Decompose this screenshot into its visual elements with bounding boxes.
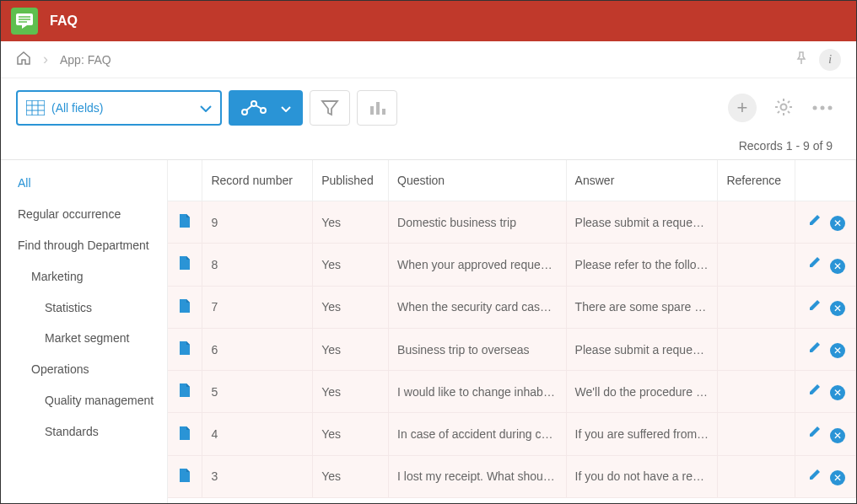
svg-rect-4 bbox=[26, 100, 45, 115]
cell-published: Yes bbox=[313, 286, 389, 328]
cell-question: Domestic business trip bbox=[389, 201, 567, 244]
cell-question: When the security card cas… bbox=[389, 286, 567, 328]
svg-point-17 bbox=[781, 104, 787, 110]
cell-answer: If you are suffered from… bbox=[566, 413, 718, 455]
cell-published: Yes bbox=[313, 244, 389, 286]
column-header-reference[interactable]: Reference bbox=[718, 160, 795, 201]
table-row[interactable]: 4YesIn case of accident during c…If you … bbox=[168, 413, 856, 455]
cell-record-number: 6 bbox=[202, 328, 313, 370]
column-header-actions bbox=[795, 160, 856, 201]
delete-icon[interactable]: ✕ bbox=[830, 428, 845, 443]
cell-question: I lost my receipt. What shou… bbox=[389, 455, 567, 497]
app-icon bbox=[11, 8, 38, 35]
delete-icon[interactable]: ✕ bbox=[830, 216, 845, 231]
sidebar-item[interactable]: Regular occurrence bbox=[18, 206, 167, 223]
edit-icon[interactable] bbox=[808, 258, 822, 271]
page-title: FAQ bbox=[50, 13, 78, 29]
svg-rect-15 bbox=[376, 102, 380, 115]
cell-answer: Please refer to the follo… bbox=[566, 244, 718, 286]
document-icon[interactable] bbox=[178, 217, 191, 231]
grid-icon bbox=[26, 100, 45, 115]
cell-question: I would like to change inhab… bbox=[389, 371, 567, 413]
svg-point-20 bbox=[828, 106, 833, 110]
document-icon[interactable] bbox=[178, 345, 191, 358]
cell-record-number: 3 bbox=[202, 455, 313, 497]
sidebar-item[interactable]: All bbox=[18, 175, 167, 191]
column-header-published[interactable]: Published bbox=[313, 160, 389, 201]
record-count: Records 1 - 9 of 9 bbox=[1, 131, 856, 159]
sidebar-item[interactable]: Statistics bbox=[18, 300, 167, 316]
cell-answer: There are some spare … bbox=[566, 286, 718, 328]
sidebar-item[interactable]: Quality management bbox=[18, 393, 167, 409]
cell-record-number: 7 bbox=[202, 286, 313, 328]
cell-reference bbox=[718, 371, 795, 413]
table-row[interactable]: 9YesDomestic business tripPlease submit … bbox=[168, 201, 856, 244]
svg-point-19 bbox=[821, 106, 825, 110]
cell-reference bbox=[718, 244, 795, 286]
cell-record-number: 4 bbox=[202, 413, 313, 455]
cell-published: Yes bbox=[313, 371, 389, 413]
column-header-answer[interactable]: Answer bbox=[566, 160, 718, 201]
sidebar-item[interactable]: Find through Department bbox=[18, 238, 167, 254]
breadcrumb[interactable]: App: FAQ bbox=[60, 53, 111, 67]
table-row[interactable]: 3YesI lost my receipt. What shou…If you … bbox=[168, 455, 856, 497]
gear-icon[interactable] bbox=[773, 97, 794, 120]
column-header-record-number[interactable]: Record number bbox=[202, 160, 313, 201]
cell-published: Yes bbox=[313, 413, 389, 455]
cell-record-number: 9 bbox=[202, 201, 313, 244]
edit-icon[interactable] bbox=[808, 301, 822, 314]
edit-icon[interactable] bbox=[808, 470, 822, 484]
svg-line-12 bbox=[246, 105, 252, 110]
cell-question: When your approved reque… bbox=[389, 244, 567, 286]
cell-answer: If you do not have a re… bbox=[566, 455, 718, 497]
svg-rect-14 bbox=[370, 106, 374, 115]
chevron-right-icon: › bbox=[43, 51, 48, 68]
delete-icon[interactable]: ✕ bbox=[830, 470, 845, 485]
table-row[interactable]: 7YesWhen the security card cas…There are… bbox=[168, 286, 856, 328]
document-icon[interactable] bbox=[178, 260, 191, 273]
svg-line-13 bbox=[256, 105, 261, 109]
sidebar-item[interactable]: Operations bbox=[18, 362, 167, 378]
cell-answer: Please submit a reques… bbox=[566, 201, 718, 244]
chevron-down-icon bbox=[281, 101, 291, 115]
more-icon[interactable] bbox=[811, 101, 834, 115]
table-row[interactable]: 6YesBusiness trip to overseasPlease subm… bbox=[168, 328, 856, 370]
sidebar-item[interactable]: Market segment bbox=[18, 330, 167, 346]
document-icon[interactable] bbox=[178, 430, 191, 443]
document-icon[interactable] bbox=[178, 387, 191, 400]
filter-button[interactable] bbox=[310, 90, 350, 126]
table-row[interactable]: 8YesWhen your approved reque…Please refe… bbox=[168, 244, 856, 286]
add-button[interactable]: + bbox=[728, 94, 757, 122]
delete-icon[interactable]: ✕ bbox=[830, 259, 845, 274]
sidebar-item[interactable]: Standards bbox=[18, 424, 167, 440]
home-icon[interactable] bbox=[16, 51, 31, 67]
pin-icon[interactable] bbox=[795, 51, 807, 67]
delete-icon[interactable]: ✕ bbox=[830, 343, 845, 358]
cell-reference bbox=[718, 413, 795, 455]
cell-published: Yes bbox=[313, 201, 389, 244]
sidebar: AllRegular occurrenceFind through Depart… bbox=[1, 160, 168, 503]
table-row[interactable]: 5YesI would like to change inhab…We'll d… bbox=[168, 371, 856, 413]
cell-reference bbox=[718, 328, 795, 370]
cell-reference bbox=[718, 455, 795, 497]
document-icon[interactable] bbox=[178, 303, 191, 316]
delete-icon[interactable]: ✕ bbox=[830, 385, 845, 400]
cell-published: Yes bbox=[313, 455, 389, 497]
edit-icon[interactable] bbox=[808, 343, 822, 357]
info-icon[interactable]: i bbox=[819, 49, 841, 71]
cell-question: In case of accident during c… bbox=[389, 413, 567, 455]
delete-icon[interactable]: ✕ bbox=[830, 301, 845, 316]
sidebar-item[interactable]: Marketing bbox=[18, 269, 167, 285]
view-select[interactable]: (All fields) bbox=[16, 90, 222, 126]
cell-reference bbox=[718, 286, 795, 328]
chart-button[interactable] bbox=[357, 90, 397, 126]
cell-answer: Please submit a reques… bbox=[566, 328, 718, 370]
edit-icon[interactable] bbox=[808, 216, 822, 229]
column-header-doc[interactable] bbox=[168, 160, 202, 201]
svg-rect-16 bbox=[382, 109, 385, 115]
graph-mode-button[interactable] bbox=[229, 90, 303, 126]
edit-icon[interactable] bbox=[808, 427, 822, 441]
document-icon[interactable] bbox=[178, 472, 191, 485]
column-header-question[interactable]: Question bbox=[389, 160, 567, 201]
edit-icon[interactable] bbox=[808, 385, 822, 399]
